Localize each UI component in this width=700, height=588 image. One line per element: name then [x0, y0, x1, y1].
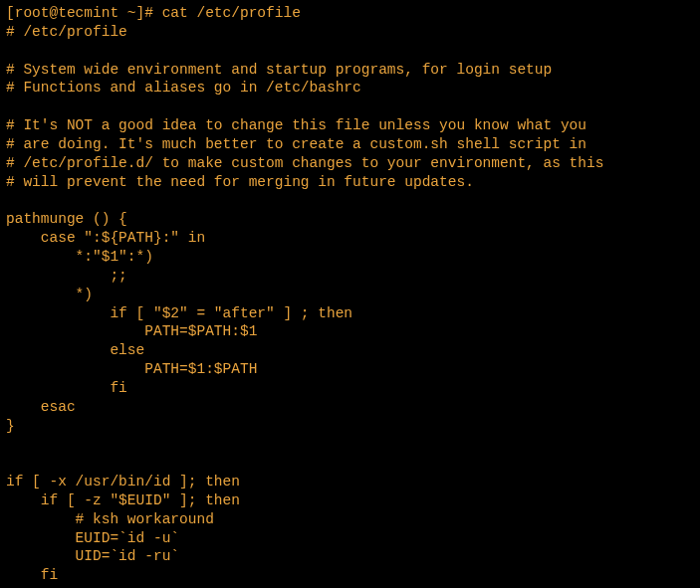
- prompt-hash: #: [144, 5, 161, 21]
- terminal-output: [root@tecmint ~]# cat /etc/profile # /et…: [6, 4, 694, 585]
- file-content: # /etc/profile # System wide environment…: [6, 24, 603, 583]
- prompt-line: [root@tecmint ~]# cat /etc/profile: [6, 5, 301, 21]
- prompt-open-bracket: [: [6, 5, 15, 21]
- command-text: cat /etc/profile: [162, 5, 301, 21]
- prompt-path: ~: [118, 5, 135, 21]
- prompt-host: tecmint: [58, 5, 118, 21]
- prompt-close-bracket: ]: [136, 5, 145, 21]
- prompt-at: @: [50, 5, 59, 21]
- prompt-user: root: [15, 5, 50, 21]
